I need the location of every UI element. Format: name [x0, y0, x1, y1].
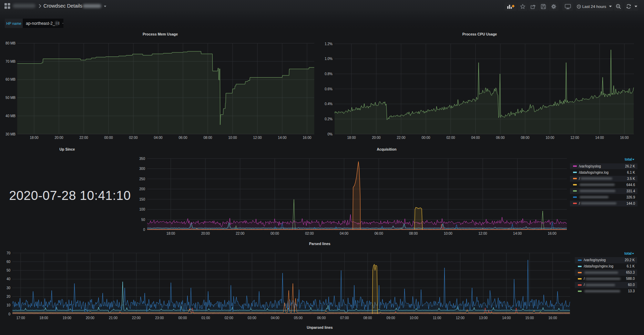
- svg-text:10:00: 10:00: [228, 136, 237, 140]
- svg-text:50: 50: [141, 218, 145, 222]
- svg-text:16:00: 16:00: [620, 136, 628, 140]
- svg-text:12:00: 12:00: [570, 136, 579, 140]
- svg-text:19:00: 19:00: [63, 316, 71, 320]
- svg-text:02:00: 02:00: [129, 136, 137, 140]
- svg-text:05:00: 05:00: [294, 316, 303, 320]
- svg-text:0: 0: [8, 312, 10, 316]
- svg-text:0.8%: 0.8%: [325, 72, 333, 76]
- svg-text:10:00: 10:00: [545, 136, 554, 140]
- svg-text:18:00: 18:00: [166, 232, 175, 235]
- svg-text:18:00: 18:00: [30, 136, 38, 140]
- svg-text:22:00: 22:00: [397, 136, 405, 140]
- svg-text:20:00: 20:00: [86, 316, 94, 320]
- svg-text:10: 10: [7, 303, 11, 307]
- svg-text:09:00: 09:00: [387, 316, 395, 320]
- svg-text:0.2%: 0.2%: [325, 117, 333, 121]
- svg-text:40: 40: [7, 277, 11, 281]
- svg-text:14:00: 14:00: [278, 136, 286, 140]
- svg-text:21:00: 21:00: [109, 316, 117, 320]
- svg-text:14:00: 14:00: [595, 136, 604, 140]
- svg-text:10:00: 10:00: [444, 232, 452, 235]
- svg-text:04:00: 04:00: [154, 136, 162, 140]
- svg-text:16:00: 16:00: [548, 316, 557, 320]
- svg-text:100: 100: [139, 207, 145, 211]
- svg-text:22:00: 22:00: [132, 316, 141, 320]
- svg-text:08:00: 08:00: [203, 136, 212, 140]
- svg-text:20:00: 20:00: [372, 136, 380, 140]
- svg-text:11:00: 11:00: [433, 316, 441, 320]
- svg-text:12:00: 12:00: [478, 232, 487, 235]
- svg-text:60 MB: 60 MB: [6, 78, 16, 81]
- svg-text:00:00: 00:00: [104, 136, 113, 140]
- svg-text:00:00: 00:00: [270, 232, 279, 235]
- svg-text:04:00: 04:00: [340, 232, 348, 235]
- svg-text:70 MB: 70 MB: [6, 60, 16, 63]
- svg-text:08:00: 08:00: [521, 136, 529, 140]
- svg-text:10:00: 10:00: [410, 316, 418, 320]
- svg-text:200: 200: [139, 187, 145, 191]
- svg-text:350: 350: [139, 157, 145, 161]
- svg-text:1.0%: 1.0%: [325, 57, 333, 61]
- svg-text:08:00: 08:00: [409, 232, 418, 235]
- svg-text:14:00: 14:00: [502, 316, 511, 320]
- svg-text:02:00: 02:00: [305, 232, 314, 235]
- svg-text:40 MB: 40 MB: [6, 114, 16, 118]
- svg-text:60: 60: [7, 260, 11, 264]
- svg-text:06:00: 06:00: [375, 232, 383, 235]
- svg-text:0.6%: 0.6%: [325, 87, 333, 91]
- svg-text:12:00: 12:00: [253, 136, 262, 140]
- svg-text:06:00: 06:00: [317, 316, 326, 320]
- svg-text:20: 20: [7, 295, 11, 298]
- svg-text:02:00: 02:00: [446, 136, 455, 140]
- svg-text:00:00: 00:00: [421, 136, 430, 140]
- svg-text:0: 0: [143, 228, 145, 232]
- svg-text:15:00: 15:00: [525, 316, 534, 320]
- svg-text:30 MB: 30 MB: [6, 132, 16, 136]
- svg-text:30: 30: [7, 286, 11, 290]
- svg-text:06:00: 06:00: [496, 136, 504, 140]
- svg-text:13:00: 13:00: [479, 316, 488, 320]
- svg-text:150: 150: [139, 197, 145, 201]
- svg-text:16:00: 16:00: [303, 136, 311, 140]
- svg-text:23:00: 23:00: [155, 316, 164, 320]
- svg-text:02:00: 02:00: [225, 316, 233, 320]
- svg-text:06:00: 06:00: [178, 136, 187, 140]
- svg-text:18:00: 18:00: [347, 136, 356, 140]
- svg-text:70: 70: [7, 251, 11, 255]
- svg-text:22:00: 22:00: [79, 136, 88, 140]
- svg-text:1.2%: 1.2%: [325, 42, 333, 46]
- svg-text:17:00: 17:00: [16, 316, 25, 320]
- svg-text:22:00: 22:00: [236, 232, 244, 235]
- svg-text:16:00: 16:00: [548, 232, 556, 235]
- svg-text:03:00: 03:00: [248, 316, 256, 320]
- svg-text:250: 250: [139, 177, 145, 181]
- svg-text:0.4%: 0.4%: [325, 102, 333, 106]
- svg-text:20:00: 20:00: [201, 232, 210, 235]
- svg-text:01:00: 01:00: [201, 316, 210, 320]
- svg-text:300: 300: [139, 167, 145, 171]
- svg-text:08:00: 08:00: [363, 316, 372, 320]
- svg-text:18:00: 18:00: [40, 316, 48, 320]
- svg-text:50 MB: 50 MB: [6, 96, 16, 100]
- svg-text:80 MB: 80 MB: [6, 41, 16, 45]
- svg-text:12:00: 12:00: [456, 316, 464, 320]
- svg-text:20:00: 20:00: [54, 136, 63, 140]
- svg-text:00:00: 00:00: [178, 316, 187, 320]
- svg-text:07:00: 07:00: [340, 316, 349, 320]
- svg-text:0%: 0%: [328, 132, 333, 136]
- svg-text:14:00: 14:00: [513, 232, 522, 235]
- svg-text:50: 50: [7, 268, 11, 272]
- svg-text:04:00: 04:00: [271, 316, 279, 320]
- svg-text:04:00: 04:00: [471, 136, 480, 140]
